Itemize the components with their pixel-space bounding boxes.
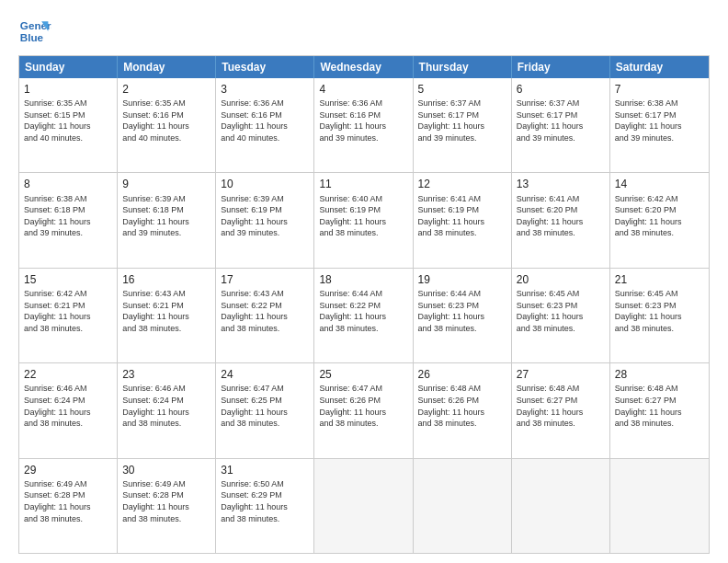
calendar-row: 22Sunrise: 6:46 AM Sunset: 6:24 PM Dayli… xyxy=(19,362,709,457)
calendar-cell: 1Sunrise: 6:35 AM Sunset: 6:15 PM Daylig… xyxy=(19,78,118,172)
calendar-cell: 10Sunrise: 6:39 AM Sunset: 6:19 PM Dayli… xyxy=(216,173,314,267)
calendar-cell: 26Sunrise: 6:48 AM Sunset: 6:26 PM Dayli… xyxy=(414,363,512,457)
day-number: 22 xyxy=(24,367,112,382)
cell-info: Sunrise: 6:48 AM Sunset: 6:26 PM Dayligh… xyxy=(418,383,506,429)
calendar-cell xyxy=(512,459,610,553)
day-number: 6 xyxy=(517,82,605,97)
day-number: 11 xyxy=(319,177,407,191)
calendar-cell xyxy=(610,459,709,553)
calendar-cell: 9Sunrise: 6:39 AM Sunset: 6:18 PM Daylig… xyxy=(118,173,216,267)
calendar-cell: 31Sunrise: 6:50 AM Sunset: 6:29 PM Dayli… xyxy=(216,459,314,553)
calendar-row: 15Sunrise: 6:42 AM Sunset: 6:21 PM Dayli… xyxy=(19,268,709,362)
calendar-cell: 15Sunrise: 6:42 AM Sunset: 6:21 PM Dayli… xyxy=(19,269,118,362)
day-of-week-header: Thursday xyxy=(414,56,512,78)
calendar-cell: 16Sunrise: 6:43 AM Sunset: 6:21 PM Dayli… xyxy=(118,269,216,362)
calendar-cell xyxy=(314,459,413,553)
calendar-cell: 30Sunrise: 6:49 AM Sunset: 6:28 PM Dayli… xyxy=(118,459,216,553)
calendar-cell: 6Sunrise: 6:37 AM Sunset: 6:17 PM Daylig… xyxy=(512,78,610,172)
cell-info: Sunrise: 6:37 AM Sunset: 6:17 PM Dayligh… xyxy=(418,98,506,144)
calendar-row: 29Sunrise: 6:49 AM Sunset: 6:28 PM Dayli… xyxy=(19,458,709,553)
cell-info: Sunrise: 6:39 AM Sunset: 6:19 PM Dayligh… xyxy=(221,193,309,239)
day-of-week-header: Sunday xyxy=(19,56,118,78)
day-of-week-header: Monday xyxy=(118,56,216,78)
cell-info: Sunrise: 6:39 AM Sunset: 6:18 PM Dayligh… xyxy=(122,193,210,239)
calendar-cell: 13Sunrise: 6:41 AM Sunset: 6:20 PM Dayli… xyxy=(512,173,610,267)
logo-icon: General Blue xyxy=(18,15,51,48)
calendar-cell: 11Sunrise: 6:40 AM Sunset: 6:19 PM Dayli… xyxy=(314,173,413,267)
calendar-row: 8Sunrise: 6:38 AM Sunset: 6:18 PM Daylig… xyxy=(19,172,709,267)
day-number: 1 xyxy=(24,82,112,97)
day-number: 7 xyxy=(615,82,704,97)
calendar-cell xyxy=(414,459,512,553)
day-number: 31 xyxy=(221,463,309,477)
calendar-cell: 22Sunrise: 6:46 AM Sunset: 6:24 PM Dayli… xyxy=(19,363,118,457)
day-number: 27 xyxy=(517,367,605,382)
cell-info: Sunrise: 6:49 AM Sunset: 6:28 PM Dayligh… xyxy=(122,478,210,524)
cell-info: Sunrise: 6:50 AM Sunset: 6:29 PM Dayligh… xyxy=(221,478,309,524)
day-of-week-header: Saturday xyxy=(610,56,709,78)
day-number: 17 xyxy=(221,272,309,287)
cell-info: Sunrise: 6:41 AM Sunset: 6:20 PM Dayligh… xyxy=(517,193,605,239)
calendar-cell: 23Sunrise: 6:46 AM Sunset: 6:24 PM Dayli… xyxy=(118,363,216,457)
cell-info: Sunrise: 6:35 AM Sunset: 6:15 PM Dayligh… xyxy=(24,98,112,144)
cell-info: Sunrise: 6:45 AM Sunset: 6:23 PM Dayligh… xyxy=(517,288,605,334)
calendar-cell: 25Sunrise: 6:47 AM Sunset: 6:26 PM Dayli… xyxy=(314,363,413,457)
calendar-cell: 8Sunrise: 6:38 AM Sunset: 6:18 PM Daylig… xyxy=(19,173,118,267)
day-number: 16 xyxy=(122,272,210,287)
cell-info: Sunrise: 6:46 AM Sunset: 6:24 PM Dayligh… xyxy=(122,383,210,429)
day-number: 19 xyxy=(418,272,506,287)
calendar-cell: 18Sunrise: 6:44 AM Sunset: 6:22 PM Dayli… xyxy=(314,269,413,362)
calendar-cell: 28Sunrise: 6:48 AM Sunset: 6:27 PM Dayli… xyxy=(610,363,709,457)
calendar-body: 1Sunrise: 6:35 AM Sunset: 6:15 PM Daylig… xyxy=(19,78,709,553)
day-of-week-header: Tuesday xyxy=(216,56,314,78)
day-number: 23 xyxy=(122,367,210,382)
cell-info: Sunrise: 6:41 AM Sunset: 6:19 PM Dayligh… xyxy=(418,193,506,239)
day-number: 2 xyxy=(122,82,210,97)
day-number: 9 xyxy=(122,177,210,191)
calendar-cell: 5Sunrise: 6:37 AM Sunset: 6:17 PM Daylig… xyxy=(414,78,512,172)
page-header: General Blue xyxy=(18,15,710,48)
calendar-cell: 12Sunrise: 6:41 AM Sunset: 6:19 PM Dayli… xyxy=(414,173,512,267)
cell-info: Sunrise: 6:47 AM Sunset: 6:25 PM Dayligh… xyxy=(221,383,309,429)
calendar-cell: 27Sunrise: 6:48 AM Sunset: 6:27 PM Dayli… xyxy=(512,363,610,457)
cell-info: Sunrise: 6:37 AM Sunset: 6:17 PM Dayligh… xyxy=(517,98,605,144)
cell-info: Sunrise: 6:44 AM Sunset: 6:22 PM Dayligh… xyxy=(319,288,407,334)
calendar: SundayMondayTuesdayWednesdayThursdayFrid… xyxy=(18,55,710,554)
cell-info: Sunrise: 6:46 AM Sunset: 6:24 PM Dayligh… xyxy=(24,383,112,429)
svg-text:Blue: Blue xyxy=(20,31,44,43)
day-number: 29 xyxy=(24,463,112,477)
cell-info: Sunrise: 6:40 AM Sunset: 6:19 PM Dayligh… xyxy=(319,193,407,239)
calendar-cell: 24Sunrise: 6:47 AM Sunset: 6:25 PM Dayli… xyxy=(216,363,314,457)
day-number: 15 xyxy=(24,272,112,287)
calendar-cell: 7Sunrise: 6:38 AM Sunset: 6:17 PM Daylig… xyxy=(610,78,709,172)
cell-info: Sunrise: 6:45 AM Sunset: 6:23 PM Dayligh… xyxy=(615,288,704,334)
cell-info: Sunrise: 6:43 AM Sunset: 6:21 PM Dayligh… xyxy=(122,288,210,334)
day-number: 4 xyxy=(319,82,407,97)
cell-info: Sunrise: 6:42 AM Sunset: 6:21 PM Dayligh… xyxy=(24,288,112,334)
calendar-cell: 4Sunrise: 6:36 AM Sunset: 6:16 PM Daylig… xyxy=(314,78,413,172)
day-number: 3 xyxy=(221,82,309,97)
cell-info: Sunrise: 6:48 AM Sunset: 6:27 PM Dayligh… xyxy=(615,383,704,429)
calendar-cell: 19Sunrise: 6:44 AM Sunset: 6:23 PM Dayli… xyxy=(414,269,512,362)
calendar-cell: 3Sunrise: 6:36 AM Sunset: 6:16 PM Daylig… xyxy=(216,78,314,172)
day-of-week-header: Wednesday xyxy=(314,56,413,78)
cell-info: Sunrise: 6:38 AM Sunset: 6:18 PM Dayligh… xyxy=(24,193,112,239)
day-number: 5 xyxy=(418,82,506,97)
calendar-cell: 2Sunrise: 6:35 AM Sunset: 6:16 PM Daylig… xyxy=(118,78,216,172)
cell-info: Sunrise: 6:48 AM Sunset: 6:27 PM Dayligh… xyxy=(517,383,605,429)
day-number: 25 xyxy=(319,367,407,382)
day-number: 14 xyxy=(615,177,704,191)
page: General Blue SundayMondayTuesdayWednesda… xyxy=(0,0,728,563)
calendar-cell: 29Sunrise: 6:49 AM Sunset: 6:28 PM Dayli… xyxy=(19,459,118,553)
day-number: 20 xyxy=(517,272,605,287)
cell-info: Sunrise: 6:43 AM Sunset: 6:22 PM Dayligh… xyxy=(221,288,309,334)
day-number: 28 xyxy=(615,367,704,382)
calendar-cell: 20Sunrise: 6:45 AM Sunset: 6:23 PM Dayli… xyxy=(512,269,610,362)
cell-info: Sunrise: 6:35 AM Sunset: 6:16 PM Dayligh… xyxy=(122,98,210,144)
day-of-week-header: Friday xyxy=(512,56,610,78)
logo: General Blue xyxy=(18,15,51,48)
cell-info: Sunrise: 6:36 AM Sunset: 6:16 PM Dayligh… xyxy=(319,98,407,144)
calendar-cell: 14Sunrise: 6:42 AM Sunset: 6:20 PM Dayli… xyxy=(610,173,709,267)
day-number: 10 xyxy=(221,177,309,191)
day-number: 8 xyxy=(24,177,112,191)
